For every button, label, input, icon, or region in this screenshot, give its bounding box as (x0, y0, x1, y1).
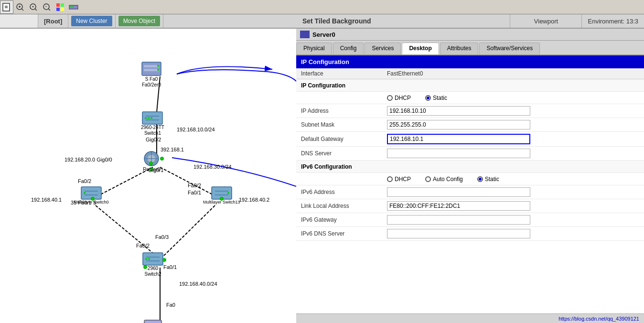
svg-rect-31 (144, 69, 159, 71)
ipv6-address-label: IPv6 Address (301, 189, 387, 195)
tab-desktop[interactable]: Desktop (402, 43, 439, 54)
ipv6-static-label: Static (485, 176, 499, 183)
ip-config-panel: IP Configuration Interface FastEthernet0… (296, 55, 644, 323)
ipv6-dhcp-row: DHCP Auto Config Static (296, 173, 644, 185)
svg-rect-16 (61, 8, 64, 11)
ipv6-auto-radio[interactable] (425, 176, 431, 182)
status-bar: https://blog.csdn.net/qq_43909121 (296, 313, 644, 323)
ip-address-input[interactable] (387, 106, 530, 116)
ipv6-dns-input[interactable] (387, 229, 530, 238)
label-fa02-left: Fa0/2 (78, 178, 91, 184)
green-dot-sw2b (143, 265, 147, 269)
svg-point-39 (150, 117, 152, 119)
network-icon[interactable] (67, 0, 80, 14)
zoom-fit-icon[interactable]: * (40, 0, 54, 14)
static-radio[interactable] (425, 95, 431, 101)
dhcp-static-row: DHCP Static (296, 92, 644, 104)
static-option[interactable]: Static (425, 95, 447, 101)
ipv6-dhcp-label: DHCP (395, 176, 411, 183)
tab-services[interactable]: Services (365, 43, 401, 54)
nav-viewport[interactable]: Viewport (510, 14, 582, 28)
svg-rect-18 (70, 6, 71, 7)
ipv6-options: DHCP Auto Config Static (387, 176, 639, 183)
device-server-top[interactable]: S Fa0Fa0/2er0 (141, 61, 162, 88)
green-dot-ml13 (220, 197, 224, 201)
subnet-mask-input[interactable] (387, 120, 530, 129)
main-content: S Fa0Fa0/2er0 2960-24TTSwitch1 Router0 (0, 29, 644, 323)
palette-icon[interactable] (54, 0, 67, 14)
tab-attributes[interactable]: Attributes (440, 43, 479, 54)
svg-point-38 (148, 117, 150, 119)
svg-rect-15 (56, 8, 60, 11)
label-fa01-right: Fa0/1 (188, 190, 201, 195)
svg-text:*: * (45, 5, 47, 9)
device-switch1-label: 2960-24TTSwitch1 (141, 125, 164, 136)
nav-root[interactable]: [Root] (38, 14, 68, 28)
network-canvas[interactable]: S Fa0Fa0/2er0 2960-24TTSwitch1 Router0 (0, 29, 296, 323)
label-192-168-10: 192.168.10.0/24 (177, 127, 215, 132)
zoom-out-icon[interactable] (27, 0, 40, 14)
nav-new-cluster[interactable]: New Cluster (68, 14, 115, 28)
device-multilayer-sw13[interactable]: Multilayer Switch13 (203, 186, 240, 205)
link-local-input[interactable] (387, 201, 530, 211)
dhcp-label: DHCP (395, 95, 411, 101)
nav-set-tiled-bg[interactable]: Set Tiled Background (163, 14, 511, 28)
svg-point-32 (157, 65, 159, 67)
green-dot-gig00 (160, 157, 164, 161)
label-192-168-30: 192.168.30.0/24 (193, 164, 232, 170)
subnet-mask-label: Subnet Mask (301, 121, 387, 128)
dhcp-option[interactable]: DHCP (387, 95, 411, 101)
subnet-mask-row: Subnet Mask (296, 118, 644, 132)
label-fa02-right: Fa0/2 (188, 183, 201, 188)
svg-line-6 (21, 9, 23, 11)
svg-point-37 (145, 117, 147, 119)
environment-label: Environment: 13:3 (588, 18, 638, 25)
default-gateway-label: Default Gateway (301, 136, 387, 142)
ipv6-config-section: IPv6 Configuration (296, 161, 644, 173)
dns-server-row: DNS Server (296, 147, 644, 161)
ipv6-auto-option[interactable]: Auto Config (425, 176, 463, 183)
ipv6-static-radio[interactable] (477, 176, 483, 182)
status-url: https://blog.csdn.net/qq_43909121 (558, 316, 639, 322)
root-label: [Root] (44, 18, 62, 25)
svg-rect-19 (72, 6, 73, 7)
set-tiled-bg-label: Set Tiled Background (302, 17, 371, 25)
ipv6-dhcp-option[interactable]: DHCP (387, 176, 411, 183)
toolbar-icon-new[interactable] (0, 0, 13, 14)
nav-environment: Environment: 13:3 (582, 14, 644, 28)
tab-config[interactable]: Config (333, 43, 364, 54)
ip-config-section: IP Configuration (296, 79, 644, 92)
dns-server-label: DNS Server (301, 150, 387, 157)
server-header-icon (300, 31, 310, 38)
svg-line-23 (96, 205, 158, 257)
label-fa01-sw2: Fa0/1 (163, 264, 177, 270)
ipv6-gateway-input[interactable] (387, 215, 530, 225)
tab-physical[interactable]: Physical (296, 43, 332, 54)
device-switch1[interactable]: 2960-24TTSwitch1 (141, 111, 164, 136)
svg-line-11 (48, 9, 50, 11)
nav-move-object[interactable]: Move Object (116, 14, 163, 28)
svg-point-56 (148, 258, 150, 260)
move-object-button[interactable]: Move Object (118, 16, 160, 26)
nav-bar: [Root] New Cluster Move Object Set Tiled… (0, 14, 644, 29)
svg-rect-13 (56, 3, 60, 7)
device-pc0[interactable]: PC-PTPC0 (142, 319, 163, 323)
tabs-container: Physical Config Services Desktop Attribu… (296, 41, 644, 55)
ipv6-dhcp-radio[interactable] (387, 176, 393, 182)
zoom-in-icon[interactable] (13, 0, 27, 14)
default-gateway-input[interactable] (387, 134, 530, 144)
config-title-bar: IP Configuration (296, 55, 644, 68)
svg-point-47 (84, 192, 86, 194)
ipv6-static-option[interactable]: Static (477, 176, 499, 183)
dns-server-input[interactable] (387, 149, 530, 158)
ipv6-address-input[interactable] (387, 187, 530, 197)
tab-software-services[interactable]: Software/Services (479, 43, 540, 54)
new-cluster-button[interactable]: New Cluster (71, 16, 112, 26)
dhcp-radio[interactable] (387, 95, 393, 101)
device-switch2[interactable]: 2960Switch2 (142, 252, 163, 277)
ipv6-gateway-row: IPv6 Gateway (296, 213, 644, 227)
svg-rect-30 (144, 65, 159, 67)
label-192-168-40-2: 192.168.40.2 (239, 197, 269, 203)
label-192-168-40-1: 192.168.40.1 (31, 197, 62, 203)
svg-point-51 (227, 192, 229, 194)
